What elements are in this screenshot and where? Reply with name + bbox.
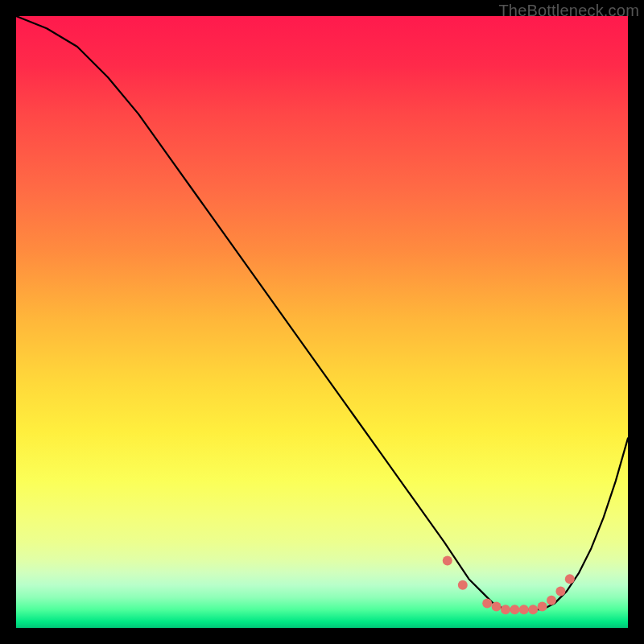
highlight-dot <box>528 605 538 614</box>
highlight-dots <box>443 555 575 614</box>
plot-area <box>16 16 628 628</box>
highlight-dot <box>492 601 502 611</box>
bottleneck-curve <box>16 16 628 609</box>
highlight-dot <box>519 605 529 614</box>
highlight-dot <box>458 580 468 590</box>
highlight-dot <box>538 601 547 611</box>
highlight-dot <box>565 574 575 584</box>
chart-frame: TheBottleneck.com <box>0 0 644 644</box>
highlight-dot <box>443 555 452 565</box>
curve-svg <box>16 16 628 628</box>
highlight-dot <box>547 596 556 605</box>
highlight-dot <box>501 605 510 614</box>
highlight-dot <box>482 599 492 609</box>
highlight-dot <box>510 605 519 614</box>
highlight-dot <box>555 586 565 596</box>
